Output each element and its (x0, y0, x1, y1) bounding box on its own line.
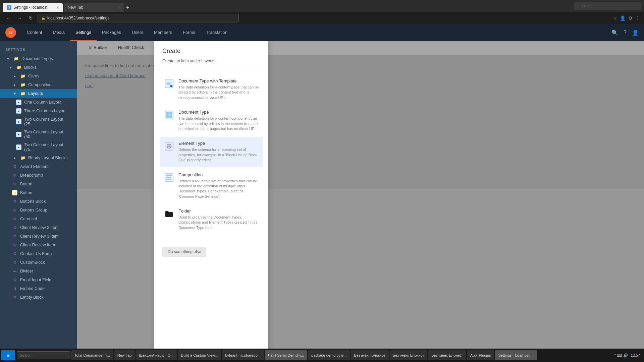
maximize-btn[interactable]: □ (582, 4, 585, 8)
refresh-button[interactable]: ↻ (27, 14, 35, 22)
sidebar-label: Compositions (28, 82, 54, 87)
sidebar-item-divider[interactable]: — Divider (0, 267, 77, 276)
sidebar-item-two-col-25[interactable]: ■ Two Columns Layout (25... (0, 115, 77, 128)
taskbar-settings-localhost[interactable]: Settings - localhost ... (495, 350, 537, 360)
back-button[interactable]: ← (4, 14, 13, 22)
nav-translation[interactable]: Translation (201, 24, 233, 41)
close-btn[interactable]: ✕ (587, 4, 590, 8)
sidebar-label: One Column Layout (24, 100, 61, 105)
new-tab[interactable]: New Tab ✕ (64, 3, 124, 12)
create-item-label: Folder (178, 208, 259, 214)
tab-title: Settings - localhost (13, 5, 47, 10)
profile-button[interactable]: 👤 (620, 15, 626, 21)
sidebar-label: Breadcrumb (20, 173, 43, 178)
user-button[interactable]: 👤 (632, 29, 639, 36)
taskbar-package-demo[interactable]: package demo byte... (308, 350, 350, 360)
taskbar-byteant[interactable]: byteant-my.sharepo... (222, 350, 264, 360)
new-tab-close[interactable]: ✕ (117, 6, 120, 9)
sidebar-item-breadcrumb[interactable]: ⚙ Breadcrumb (0, 171, 77, 180)
elem-icon: ⚙ (12, 277, 17, 283)
create-items-list: Document Type with Template The data def… (154, 69, 268, 241)
sidebar-item-client-review-2[interactable]: ⚙ Client Review 2 Item (0, 223, 77, 232)
taskbar-search[interactable] (17, 351, 70, 359)
create-item-label: Element Type (178, 141, 259, 146)
sidebar-item-embed-code[interactable]: ⟨⟩ Embed Code (0, 284, 77, 293)
create-item-desc: Defines a re-usable set of properties th… (178, 179, 259, 199)
sidebar-item-buttons-block[interactable]: ⚙ Buttons Block (0, 197, 77, 206)
sidebar-item-two-col-75[interactable]: ■ Two Columns Layout (75... (0, 141, 77, 154)
sidebar-item-three-columns[interactable]: ■ Three Columns Layout (0, 107, 77, 115)
add-tab-button[interactable]: + (125, 3, 130, 12)
search-button[interactable]: 🔍 (611, 29, 618, 36)
sidebar-item-cards[interactable]: ▸ 📁 Cards (0, 72, 77, 80)
nav-content[interactable]: Content (21, 24, 48, 41)
taskbar-bez-imeni-2[interactable]: Без імені: Блокнот (389, 350, 428, 360)
sidebar-item-document-types[interactable]: ▾ 📁 Document Types (0, 54, 77, 63)
taskbar-app-plugins[interactable]: App_Plugins (467, 350, 494, 360)
tab-close-btn[interactable]: ✕ (56, 6, 59, 9)
nav-media[interactable]: Media (48, 24, 70, 41)
taskbar-total-commander[interactable]: Total Commander (r... (71, 350, 113, 360)
extensions-button[interactable]: ⚙ (628, 15, 633, 21)
taskbar-build-custom[interactable]: Build a Custom View... (178, 350, 221, 360)
taskbar-bez-imeni-3[interactable]: Без імені: Блокнот (428, 350, 466, 360)
sidebar-item-one-column[interactable]: ■ One Column Layout (0, 98, 77, 107)
sidebar-item-ready-layouts[interactable]: ▸ 📁 Ready Layout Blocks (0, 154, 77, 162)
nav-settings[interactable]: Settings (70, 24, 97, 41)
create-item-doc-type[interactable]: Document Type The data definition for a … (160, 106, 263, 135)
taskbar-bez-imeni-1[interactable]: Без імені: Блокнот (351, 350, 389, 360)
nav-actions: 🔍 ? 👤 (611, 29, 639, 36)
create-item-doc-type-text: Document Type The data definition for a … (178, 110, 259, 131)
svg-rect-9 (169, 115, 172, 118)
sidebar-item-email-input[interactable]: ⚙ Email Input Field (0, 276, 77, 284)
sidebar-item-button-doc[interactable]: □ Button (0, 188, 77, 197)
nav-packages[interactable]: Packages (97, 24, 126, 41)
create-item-folder[interactable]: Folder Used to organise the Document Typ… (160, 204, 263, 234)
create-item-desc: The data definition for a content compon… (178, 116, 259, 131)
svg-point-12 (168, 145, 170, 147)
star-button[interactable]: ☆ (613, 15, 617, 21)
forward-button[interactable]: → (15, 14, 24, 22)
doc-icon: ■ (16, 132, 21, 137)
expand-icon: ▸ (12, 155, 17, 161)
taskbar-chat-serhii[interactable]: Чат | Serhii Demchy... (265, 350, 307, 360)
do-something-button[interactable]: Do something else (162, 247, 206, 257)
sidebar-label: Button (20, 190, 32, 195)
url-bar[interactable]: 🔒 localhost:44352/umbraco#/settings (38, 14, 239, 22)
taskbar-new-tab[interactable]: New Tab (114, 350, 135, 360)
sidebar-item-buttons-group[interactable]: ⚙ Buttons Group (0, 206, 77, 215)
doc-template-icon (164, 78, 174, 89)
sidebar-item-button-elem[interactable]: ⚙ Button (0, 180, 77, 188)
taskbar-right: ^ ⌨ 🔊 12:57 (614, 353, 643, 358)
sidebar-item-blocks[interactable]: ▾ 📁 Blocks (0, 63, 77, 72)
menu-button[interactable]: ⋮ (635, 15, 640, 21)
help-button[interactable]: ? (624, 29, 627, 36)
nav-forms[interactable]: Forms (177, 24, 201, 41)
elem-icon: ⚙ (12, 251, 17, 256)
create-item-element-type[interactable]: Element Type Defines the schema for a re… (160, 137, 263, 167)
create-item-composition[interactable]: Composition Defines a re-usable set of p… (160, 168, 263, 203)
minimize-btn[interactable]: ─ (577, 4, 580, 8)
sidebar-item-empty-block[interactable]: ⚙ Empty Block (0, 293, 77, 302)
sidebar-item-customblock[interactable]: ⚙ CustomBlock (0, 258, 77, 267)
sidebar-item-award[interactable]: ⚙ Award Element (0, 162, 77, 171)
sidebar-item-client-review-3[interactable]: ⚙ Client Review 3 Item (0, 232, 77, 241)
expand-icon: ▾ (5, 56, 11, 61)
sidebar-label: Contact Us Form (20, 251, 52, 256)
start-button[interactable]: ⊞ (1, 350, 15, 360)
create-item-doc-template-text: Document Type with Template The data def… (178, 78, 259, 100)
sidebar-item-carousel[interactable]: ⚙ Carousel (0, 215, 77, 223)
create-item-doc-template[interactable]: Document Type with Template The data def… (160, 74, 263, 104)
nav-members[interactable]: Members (149, 24, 177, 41)
sidebar-item-two-col-50[interactable]: ■ Two Columns Layout (50... (0, 128, 77, 141)
sidebar-item-contact-us[interactable]: ⚙ Contact Us Form (0, 249, 77, 258)
svg-rect-8 (166, 115, 169, 118)
create-item-desc: Defines the schema for a repeating set o… (178, 147, 259, 163)
active-tab[interactable]: S Settings - localhost ✕ (3, 3, 63, 12)
taskbar-shvidkiy[interactable]: Швидкий набір - О... (136, 350, 177, 360)
sidebar-item-layouts[interactable]: ▾ 📁 Layouts (0, 89, 77, 98)
sidebar-item-compositions[interactable]: ▸ 📁 Compositions (0, 80, 77, 89)
nav-users[interactable]: Users (126, 24, 149, 41)
sidebar-item-client-review[interactable]: ⚙ Client Review Item (0, 241, 77, 249)
sidebar-label: Two Columns Layout (25... (24, 117, 73, 126)
